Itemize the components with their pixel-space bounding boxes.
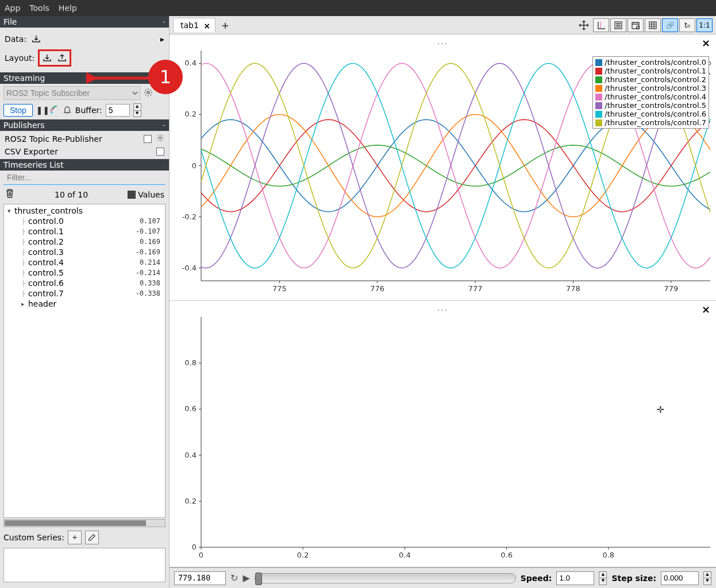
custom-edit-button[interactable] — [85, 531, 99, 544]
play-icon[interactable]: ▶ — [242, 572, 249, 583]
menubar: App Tools Help — [0, 0, 716, 16]
list-tool-icon[interactable] — [610, 18, 626, 32]
legend-item[interactable]: /thruster_controls/control.5 — [595, 101, 706, 110]
file-collapse-icon[interactable]: - — [163, 17, 165, 26]
loop-icon[interactable]: ↻ — [230, 572, 238, 583]
pause-icon[interactable]: ❚❚ — [36, 106, 47, 115]
legend-label: /thruster_controls/control.1 — [605, 67, 706, 75]
tree-item-value: 0.214 — [140, 258, 163, 266]
tree-header-label[interactable]: header — [28, 299, 56, 308]
plot-bottom[interactable]: ... × 00.20.40.60.800.20.40.60.8 ✛ — [170, 301, 716, 567]
layout-export-icon[interactable] — [56, 52, 68, 64]
tree-item[interactable]: ├control.20.169 — [5, 237, 164, 247]
filter-input[interactable] — [3, 171, 165, 185]
tree-expand-icon[interactable]: ▸ — [21, 300, 28, 308]
svg-text:-0.2: -0.2 — [182, 212, 197, 221]
time-slider[interactable] — [255, 573, 516, 583]
buffer-input[interactable] — [106, 104, 130, 117]
custom-series-list[interactable] — [3, 548, 165, 582]
step-input[interactable] — [661, 571, 699, 585]
legend-item[interactable]: /thruster_controls/control.6 — [595, 110, 706, 118]
plot-top-legend[interactable]: /thruster_controls/control.0/thruster_co… — [592, 56, 709, 129]
ratio-tool-icon[interactable]: 1:1 — [696, 18, 713, 32]
tree-root-label[interactable]: thruster_controls — [14, 206, 83, 215]
tree-item-value: 0.169 — [140, 238, 163, 246]
tree-item[interactable]: ├control.3-0.169 — [5, 247, 164, 257]
timeseries-tree[interactable]: ▾ thruster_controls ├control.00.107├cont… — [3, 204, 165, 518]
axes-tool-icon[interactable] — [593, 18, 609, 32]
menu-app[interactable]: App — [5, 3, 20, 13]
speed-input[interactable] — [556, 571, 594, 585]
publishers-section-header: Publishers - — [0, 119, 169, 131]
tree-item[interactable]: ├control.1-0.107 — [5, 226, 164, 237]
publishers-collapse-icon[interactable]: - — [163, 121, 165, 130]
grid-tool-icon[interactable] — [645, 18, 661, 32]
tab-tab1[interactable]: tab1 × — [173, 18, 215, 32]
tree-item-label: control.0 — [28, 216, 64, 226]
legend-item[interactable]: /thruster_controls/control.3 — [595, 84, 706, 92]
data-import-icon[interactable] — [30, 33, 43, 45]
move-tool-icon[interactable] — [576, 18, 592, 32]
t0-tool-icon[interactable]: t₀ — [679, 18, 695, 32]
time-input[interactable] — [174, 571, 226, 585]
link-tool-icon[interactable]: 🔗 — [662, 18, 678, 32]
legend-swatch — [595, 76, 602, 83]
layout-import-icon[interactable] — [41, 52, 53, 64]
streaming-settings-icon[interactable] — [144, 88, 153, 99]
tree-item-label: control.6 — [28, 278, 64, 288]
legend-swatch — [595, 59, 602, 66]
custom-add-button[interactable]: ＋ — [68, 531, 82, 544]
tree-item-label: control.3 — [28, 247, 64, 257]
values-toggle-icon[interactable] — [128, 191, 136, 199]
tab-add-button[interactable]: ＋ — [220, 18, 230, 32]
legend-item[interactable]: /thruster_controls/control.2 — [595, 75, 706, 84]
svg-text:778: 778 — [566, 284, 580, 293]
tab-close-icon[interactable]: × — [203, 21, 210, 30]
tree-collapse-icon[interactable]: ▾ — [7, 207, 14, 215]
playback-bar: ↻ ▶ Speed: ▲▼ Step size: ▲▼ — [170, 567, 716, 588]
svg-point-0 — [147, 91, 149, 94]
publisher-csv-checkbox[interactable] — [156, 148, 164, 156]
publisher-ros2-checkbox[interactable] — [144, 135, 152, 143]
publisher-ros2-gear-icon[interactable] — [156, 134, 164, 144]
publishers-header-label: Publishers — [3, 121, 45, 130]
tree-item-label: control.5 — [28, 268, 64, 277]
step-spinner[interactable]: ▲▼ — [703, 571, 711, 585]
legend-item[interactable]: /thruster_controls/control.4 — [595, 92, 706, 101]
svg-text:0.2: 0.2 — [184, 497, 197, 505]
delete-icon[interactable] — [5, 188, 15, 200]
legend-item[interactable]: /thruster_controls/control.1 — [595, 67, 706, 75]
legend-swatch — [595, 119, 602, 126]
tree-item[interactable]: ├control.40.214 — [5, 257, 164, 268]
legend-item[interactable]: /thruster_controls/control.7 — [595, 118, 706, 127]
streaming-section-header: Streaming — [0, 72, 169, 84]
wifi-icon[interactable] — [50, 105, 59, 116]
tree-hscrollbar[interactable] — [3, 519, 165, 527]
bell-icon[interactable] — [63, 105, 72, 116]
svg-rect-7 — [649, 22, 656, 29]
sidebar: File - Data: ▸ Layout: — [0, 16, 170, 588]
svg-rect-5 — [632, 22, 639, 29]
svg-text:0.2: 0.2 — [184, 110, 197, 118]
step-label: Step size: — [611, 574, 656, 583]
stop-button[interactable]: Stop — [3, 104, 33, 117]
speed-spinner[interactable]: ▲▼ — [599, 571, 607, 585]
svg-text:0.4: 0.4 — [399, 551, 411, 559]
legend-label: /thruster_controls/control.7 — [605, 118, 706, 127]
legend-swatch — [595, 85, 602, 92]
streaming-source-select[interactable]: ROS2 Topic Subscriber — [3, 86, 140, 100]
menu-tools[interactable]: Tools — [29, 3, 49, 13]
legend-item[interactable]: /thruster_controls/control.0 — [595, 58, 706, 67]
tree-item[interactable]: ├control.00.107 — [5, 216, 164, 226]
plot-top[interactable]: ... × -0.4-0.200.20.4775776777778779 /th… — [170, 34, 716, 301]
svg-text:-0.4: -0.4 — [182, 264, 197, 272]
calendar-tool-icon[interactable] — [628, 18, 644, 32]
tree-item-label: control.2 — [28, 237, 64, 246]
data-more-icon[interactable]: ▸ — [160, 34, 164, 44]
tree-item[interactable]: ├control.7-0.338 — [5, 288, 164, 299]
tree-item[interactable]: ├control.5-0.214 — [5, 268, 164, 278]
tree-item-label: control.7 — [28, 289, 64, 298]
buffer-spinner[interactable]: ▲▼ — [133, 103, 141, 117]
menu-help[interactable]: Help — [59, 3, 77, 13]
tree-item[interactable]: ├control.60.338 — [5, 278, 164, 288]
